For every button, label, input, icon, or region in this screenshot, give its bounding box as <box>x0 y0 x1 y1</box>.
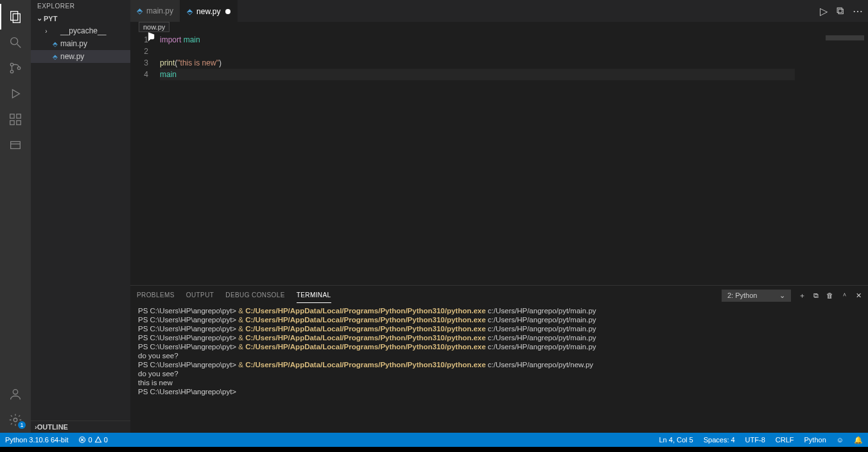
new-terminal-icon[interactable]: ＋ <box>799 291 806 300</box>
status-bell-icon[interactable]: 🔔 <box>849 433 868 447</box>
terminal-selector-label: 2: Python <box>727 291 757 299</box>
terminal-line: PS C:\Users\HP\angrepo\pyt> <box>138 387 860 396</box>
code-editor[interactable]: 1234 import mainprint("this is new")main <box>130 33 868 285</box>
svg-point-5 <box>10 70 13 73</box>
status-bar: Python 3.10.6 64-bit 0 0 Ln 4, Col 5 Spa… <box>0 433 868 447</box>
hover-tooltip: now.py <box>139 22 169 32</box>
terminal-selector[interactable]: 2: Python ⌄ <box>722 290 791 302</box>
terminal-line: PS C:\Users\HP\angrepo\pyt> & C:/Users/H… <box>138 324 860 333</box>
outline-label: OUTLINE <box>37 423 68 431</box>
split-editor-icon[interactable]: ⧉ <box>837 5 844 17</box>
close-panel-icon[interactable]: ✕ <box>856 291 862 300</box>
extensions-icon[interactable] <box>0 107 31 132</box>
panel-tab[interactable]: TERMINAL <box>297 288 331 303</box>
python-file-icon: ⬘ <box>50 39 60 49</box>
editor-tab[interactable]: ⬘new.py <box>180 0 238 22</box>
settings-badge: 1 <box>18 421 26 429</box>
svg-rect-11 <box>17 114 21 118</box>
more-actions-icon[interactable]: ⋯ <box>853 5 863 17</box>
bottom-panel: PROBLEMSOUTPUTDEBUG CONSOLETERMINAL 2: P… <box>130 285 868 433</box>
status-encoding[interactable]: UTF-8 <box>740 433 770 447</box>
terminal-line: PS C:\Users\HP\angrepo\pyt> & C:/Users/H… <box>138 360 860 369</box>
split-terminal-icon[interactable]: ⧉ <box>813 291 819 300</box>
panel-tab[interactable]: DEBUG CONSOLE <box>225 288 284 303</box>
kill-terminal-icon[interactable]: 🗑 <box>826 291 833 299</box>
tab-label: new.py <box>196 7 220 16</box>
sidebar-title: EXPLORER <box>31 0 130 12</box>
minimap-chunk <box>826 35 864 40</box>
svg-rect-12 <box>11 142 21 149</box>
code-content[interactable]: import mainprint("this is new")main <box>157 33 797 285</box>
extra-panel-icon[interactable] <box>0 132 31 158</box>
search-icon[interactable] <box>0 30 31 55</box>
chevron-down-icon: ⌄ <box>779 291 785 300</box>
source-control-icon[interactable] <box>0 55 31 81</box>
editor-tab-actions: ▷ ⧉ ⋯ <box>811 0 868 22</box>
terminal-line: do you see? <box>138 369 860 378</box>
minimap[interactable] <box>797 33 868 285</box>
dirty-indicator-icon <box>225 9 230 14</box>
terminal-line: do you see? <box>138 351 860 360</box>
file-tree-item[interactable]: ⬘new.py <box>31 50 130 63</box>
run-icon[interactable]: ▷ <box>820 5 828 17</box>
settings-gear-icon[interactable]: 1 <box>0 407 31 433</box>
status-feedback-icon[interactable]: ☺ <box>831 433 849 447</box>
os-taskbar <box>0 447 868 452</box>
status-eol[interactable]: CRLF <box>770 433 799 447</box>
editor-tab[interactable]: ⬘main.py <box>130 0 180 22</box>
panel-tab-bar: PROBLEMSOUTPUTDEBUG CONSOLETERMINAL 2: P… <box>130 286 868 305</box>
file-tree-label: main.py <box>60 39 87 48</box>
explorer-icon[interactable] <box>0 4 31 30</box>
activity-bar: 1 <box>0 0 31 433</box>
terminal-line: PS C:\Users\HP\angrepo\pyt> & C:/Users/H… <box>138 333 860 342</box>
run-debug-icon[interactable] <box>0 81 31 107</box>
file-tree-item[interactable]: ⬘main.py <box>31 37 130 50</box>
terminal-line: PS C:\Users\HP\angrepo\pyt> & C:/Users/H… <box>138 306 860 315</box>
maximize-panel-icon[interactable]: ＾ <box>841 291 848 300</box>
python-file-icon: ⬘ <box>137 6 143 15</box>
explorer-sidebar: EXPLORER ⌄ PYT ›__pycache__⬘main.py⬘new.… <box>31 0 130 433</box>
svg-marker-7 <box>12 90 19 98</box>
editor-area: ⬘main.py⬘new.py ▷ ⧉ ⋯ ⬘ new.py now.py 12… <box>130 0 868 433</box>
breadcrumb[interactable]: ⬘ new.py now.py <box>130 22 868 33</box>
status-python[interactable]: Python 3.10.6 64-bit <box>0 433 73 447</box>
status-language[interactable]: Python <box>799 433 831 447</box>
accounts-icon[interactable] <box>0 381 31 407</box>
svg-point-14 <box>13 390 17 394</box>
file-tree: ›__pycache__⬘main.py⬘new.py <box>31 24 130 421</box>
panel-tab[interactable]: OUTPUT <box>186 288 214 303</box>
file-tree-item[interactable]: ›__pycache__ <box>31 24 130 37</box>
svg-line-3 <box>17 44 21 48</box>
terminal-line: this is new <box>138 378 860 387</box>
tab-label: main.py <box>146 6 173 15</box>
project-name: PYT <box>44 15 57 22</box>
sidebar-outline-header[interactable]: › OUTLINE <box>31 421 130 433</box>
terminal-body[interactable]: PS C:\Users\HP\angrepo\pyt> & C:/Users/H… <box>130 305 868 433</box>
svg-rect-9 <box>10 121 14 125</box>
line-gutter: 1234 <box>130 33 157 285</box>
status-spaces[interactable]: Spaces: 4 <box>699 433 740 447</box>
file-tree-label: new.py <box>60 52 84 61</box>
svg-point-15 <box>13 418 17 422</box>
svg-rect-10 <box>17 121 21 125</box>
terminal-line: PS C:\Users\HP\angrepo\pyt> & C:/Users/H… <box>138 342 860 351</box>
status-problems[interactable]: 0 0 <box>73 433 112 447</box>
python-file-icon: ⬘ <box>50 51 60 62</box>
svg-point-2 <box>11 38 18 45</box>
editor-tabs: ⬘main.py⬘new.py ▷ ⧉ ⋯ <box>130 0 868 22</box>
sidebar-project-header[interactable]: ⌄ PYT <box>31 12 130 24</box>
panel-tab[interactable]: PROBLEMS <box>137 288 175 303</box>
svg-rect-8 <box>10 114 14 118</box>
svg-point-4 <box>10 63 13 65</box>
status-cursor[interactable]: Ln 4, Col 5 <box>654 433 698 447</box>
svg-rect-1 <box>13 13 20 22</box>
chevron-down-icon: ⌄ <box>35 14 44 22</box>
file-tree-label: __pycache__ <box>60 26 106 35</box>
svg-rect-0 <box>11 12 18 21</box>
python-file-icon: ⬘ <box>187 7 193 16</box>
terminal-line: PS C:\Users\HP\angrepo\pyt> & C:/Users/H… <box>138 315 860 324</box>
folder-icon <box>50 26 60 36</box>
